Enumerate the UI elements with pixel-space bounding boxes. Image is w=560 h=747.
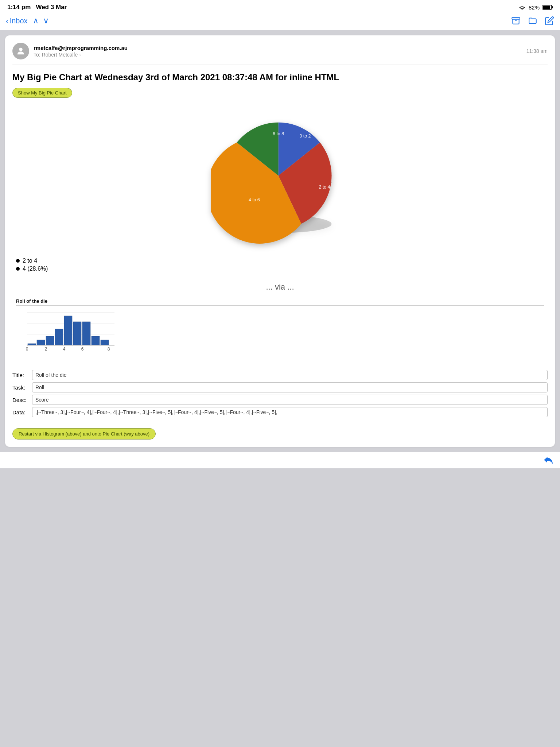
legend-item-2: 4 (28.6%) (16, 266, 548, 272)
pie-chart-container: 0 to 2 2 to 4 4 to 6 6 to 8 (12, 108, 548, 247)
legend-dot-2 (16, 267, 20, 271)
avatar-person-icon (16, 46, 26, 56)
nav-bar: ‹ Inbox ∧ ∨ (0, 13, 560, 30)
pie-label-4to6: 4 to 6 (249, 197, 260, 202)
x-label-8: 8 (108, 347, 110, 352)
title-label: Title: (12, 372, 31, 378)
task-input[interactable] (32, 382, 548, 392)
hbar-7 (82, 322, 90, 345)
battery-percent: 82% (529, 4, 540, 11)
data-label: Data: (12, 409, 31, 415)
svg-rect-1 (552, 6, 553, 8)
histogram-title: Roll of the die (16, 298, 544, 304)
compose-icon[interactable] (545, 16, 554, 26)
title-input[interactable] (32, 370, 548, 380)
recipient-chevron-icon[interactable]: › (79, 52, 81, 58)
x-label-0: 0 (26, 347, 28, 352)
data-input[interactable] (32, 407, 548, 417)
desc-input[interactable] (32, 395, 548, 405)
email-card: rmetcalfe@rjmprogramming.com.au To: Robe… (5, 35, 555, 447)
nav-arrows: ∧ ∨ (33, 16, 49, 26)
to-label: To: (34, 52, 40, 58)
nav-right (511, 16, 554, 26)
time-text: 1:14 pm (7, 4, 31, 11)
x-label-2: 2 (45, 347, 47, 352)
reply-icon[interactable] (542, 455, 554, 465)
desc-row: Desc: (12, 395, 548, 405)
hbar-9 (101, 340, 109, 345)
recipient-line: To: Robert Metcalfe › (34, 52, 522, 58)
pie-label-6to8: 6 to 8 (273, 131, 284, 136)
svg-point-4 (19, 48, 22, 51)
reply-button[interactable] (542, 455, 554, 465)
histogram-section: Roll of the die (12, 298, 548, 361)
status-right-icons: 82% (518, 4, 553, 11)
inbox-back-button[interactable]: ‹ Inbox (6, 17, 28, 25)
legend-label-2: 4 (28.6%) (23, 266, 48, 272)
legend-item-1: 2 to 4 (16, 258, 548, 264)
down-arrow-button[interactable]: ∨ (43, 16, 49, 26)
bottom-bar (0, 452, 560, 468)
histogram-chart: 0 2 4 6 8 (16, 309, 118, 360)
hbar-6 (73, 322, 81, 345)
email-title: My Big Pie Chart at Wednesday 3rd of Mar… (12, 71, 548, 83)
title-row: Title: (12, 370, 548, 380)
svg-rect-3 (512, 18, 520, 19)
hbar-3 (46, 336, 54, 345)
status-time: 1:14 pm Wed 3 Mar (7, 4, 67, 11)
date-text: Wed 3 Mar (36, 4, 67, 11)
archive-icon[interactable] (511, 16, 521, 26)
sender-avatar (12, 43, 29, 59)
back-chevron-icon: ‹ (6, 17, 8, 25)
x-label-4: 4 (63, 347, 66, 352)
email-meta: rmetcalfe@rjmprogramming.com.au To: Robe… (34, 45, 522, 58)
status-bar: 1:14 pm Wed 3 Mar 82% (0, 0, 560, 13)
legend: 2 to 4 4 (28.6%) (12, 254, 548, 277)
hbar-8 (92, 336, 100, 345)
show-chart-button[interactable]: Show My Big Pie Chart (12, 88, 72, 98)
svg-rect-2 (543, 6, 550, 9)
email-time: 11:38 am (526, 48, 548, 54)
up-arrow-button[interactable]: ∧ (33, 16, 39, 26)
nav-left: ‹ Inbox ∧ ∨ (6, 16, 49, 26)
recipient-name[interactable]: Robert Metcalfe (42, 52, 78, 58)
sender-email: rmetcalfe@rjmprogramming.com.au (34, 45, 522, 51)
folder-icon[interactable] (528, 16, 537, 26)
pie-label-0to2: 0 to 2 (299, 133, 311, 139)
email-header: rmetcalfe@rjmprogramming.com.au To: Robe… (12, 43, 548, 65)
task-label: Task: (12, 384, 31, 391)
hbar-2 (37, 340, 45, 345)
inbox-label[interactable]: Inbox (10, 17, 28, 25)
legend-dot-1 (16, 259, 20, 263)
pie-chart: 0 to 2 2 to 4 4 to 6 6 to 8 (211, 108, 349, 247)
hbar-5 (64, 316, 72, 345)
email-body: My Big Pie Chart at Wednesday 3rd of Mar… (12, 65, 548, 440)
x-label-6: 6 (81, 347, 84, 352)
data-row: Data: (12, 407, 548, 417)
restart-button[interactable]: Restart via Histogram (above) and onto P… (12, 428, 156, 440)
form-section: Title: Task: Desc: Data: (12, 370, 548, 425)
pie-label-2to4: 2 to 4 (319, 185, 330, 190)
via-text: ... via ... (12, 277, 548, 298)
legend-label-1: 2 to 4 (23, 258, 37, 264)
wifi-icon (518, 5, 526, 10)
hbar-4 (55, 329, 63, 345)
desc-label: Desc: (12, 397, 31, 403)
task-row: Task: (12, 382, 548, 392)
battery-icon (542, 5, 553, 10)
histogram-divider (16, 305, 544, 306)
